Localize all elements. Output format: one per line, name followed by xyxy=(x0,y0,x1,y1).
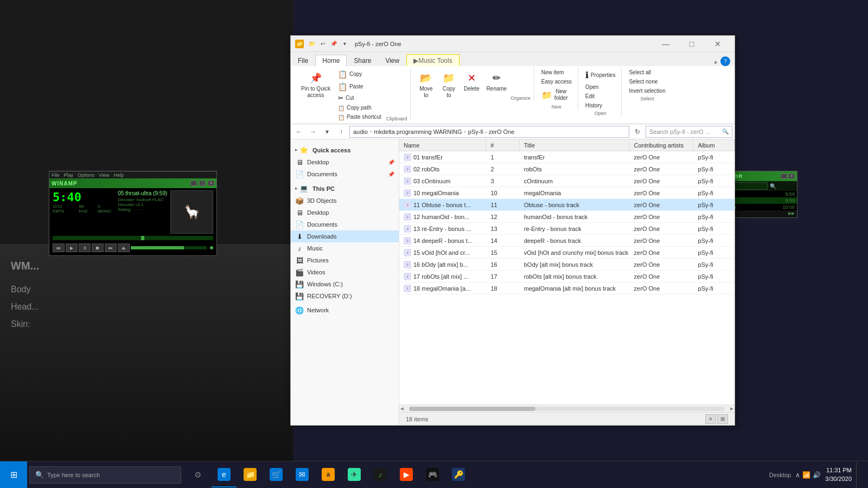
copy-path-btn[interactable]: 📋 Copy path xyxy=(334,104,385,112)
chevron-up-icon[interactable]: ∧ xyxy=(795,471,800,479)
path-segment-mkdelta[interactable]: mkdelta programming WARNING xyxy=(374,129,462,135)
tiles-view-btn[interactable]: ⊞ xyxy=(717,414,728,424)
rename-btn[interactable]: ✏ Rename xyxy=(483,68,509,101)
winamp-close[interactable]: ✕ xyxy=(208,181,214,186)
table-row[interactable]: ♪ 18 megalOmania [a... 18 megalOmania [a… xyxy=(399,282,735,294)
nav-this-pc-header[interactable]: 💻 This PC xyxy=(291,182,399,195)
playlist-minimize[interactable]: _ xyxy=(781,174,787,179)
open-btn[interactable]: Open xyxy=(583,83,618,91)
nav-item-music[interactable]: ♪ Music xyxy=(291,242,399,254)
winamp-menu-play[interactable]: Play xyxy=(64,172,74,178)
copy-to-btn[interactable]: 📁 Copy to xyxy=(438,68,459,101)
taskbar-winamp[interactable]: ♪ xyxy=(368,463,393,487)
taskbar-desktop-label[interactable]: Desktop xyxy=(769,472,791,478)
nav-item-documents-pc[interactable]: 📄 Documents xyxy=(291,219,399,230)
invert-selection-btn[interactable]: Invert selection xyxy=(626,87,668,95)
table-row[interactable]: ♪ 02 robOts 2 robOts zerO One pSy-fi xyxy=(399,163,735,175)
show-desktop-btn[interactable] xyxy=(856,463,861,487)
new-item-btn[interactable]: New item xyxy=(539,68,575,76)
winamp-volume[interactable] xyxy=(131,246,207,249)
taskbar-search[interactable]: 🔍 Type here to search xyxy=(29,466,181,484)
playlist-close[interactable]: ✕ xyxy=(788,174,795,179)
qa-btn-pin[interactable]: 📌 xyxy=(329,40,339,48)
paste-btn[interactable]: 📋 Paste xyxy=(334,81,385,93)
col-header-album[interactable]: Album xyxy=(693,139,735,151)
scroll-left-btn[interactable]: ◄ xyxy=(399,406,405,412)
winamp-menu-help[interactable]: Help xyxy=(113,172,124,178)
winamp-maximize[interactable]: □ xyxy=(199,181,206,186)
col-header-name[interactable]: Name xyxy=(399,139,486,151)
table-row[interactable]: ♪ 12 humanOid - bon... 12 humanOid - bon… xyxy=(399,211,735,223)
col-header-num[interactable]: # xyxy=(486,139,519,151)
tab-music-tools[interactable]: ▶ Music Tools xyxy=(406,54,459,66)
cut-btn[interactable]: ✂ Cut xyxy=(334,93,385,103)
up-btn[interactable]: ↑ xyxy=(335,126,347,138)
move-to-btn[interactable]: 📂 Move to xyxy=(415,68,437,101)
nav-item-pictures[interactable]: 🖼 Pictures xyxy=(291,254,399,266)
tab-home[interactable]: Home xyxy=(315,55,347,67)
nav-item-3d-objects[interactable]: 📦 3D Objects xyxy=(291,195,399,207)
nav-item-downloads[interactable]: ⬇ Downloads xyxy=(291,230,399,242)
nav-item-recovery-d[interactable]: 💾 RECOVERY (D:) xyxy=(291,290,399,302)
table-row[interactable]: ♪ 10 megalOmania 10 megalOmania zerO One… xyxy=(399,187,735,199)
table-row[interactable]: ♪ 15 vOid [hOt and cr... 15 vOid [hOt an… xyxy=(399,247,735,259)
table-row[interactable]: ♪ 17 robOts [alt mix] ... 17 robOts [alt… xyxy=(399,271,735,282)
col-header-title[interactable]: Title xyxy=(520,139,630,151)
winamp-menu-options[interactable]: Options xyxy=(78,172,94,178)
path-segment-audio[interactable]: audio xyxy=(353,129,368,135)
edit-btn[interactable]: Edit xyxy=(583,92,618,100)
taskbar-task-view[interactable]: ⊙ xyxy=(186,463,210,487)
col-header-artist[interactable]: Contributing artists xyxy=(629,139,693,151)
winamp-prev-btn[interactable]: ⏮ xyxy=(53,243,65,252)
winamp-eject-btn[interactable]: ⏏ xyxy=(118,243,130,252)
scroll-thumb[interactable] xyxy=(409,407,535,411)
winamp-balance-knob[interactable] xyxy=(210,246,213,249)
tab-share[interactable]: Share xyxy=(347,54,378,66)
explorer-close-btn[interactable]: ✕ xyxy=(705,36,730,52)
nav-item-documents[interactable]: 📄 Documents 📌 xyxy=(291,168,399,180)
taskbar-keeper[interactable]: 🔑 xyxy=(446,463,471,487)
delete-btn[interactable]: ✕ Delete xyxy=(461,68,482,101)
table-row[interactable]: ♪ 13 re-Entry - bonus ... 13 re-Entry - … xyxy=(399,223,735,235)
table-row[interactable]: ♪ 14 deepeR - bonus t... 14 deepeR - bon… xyxy=(399,235,735,247)
search-box[interactable]: Search pSy-fi - zerO ... 🔍 xyxy=(646,126,732,138)
pin-to-quick-access-btn[interactable]: 📌 Pin to Quick access xyxy=(298,68,333,101)
taskbar-amazon[interactable]: a xyxy=(316,463,341,487)
network-sys-icon[interactable]: 📶 xyxy=(802,471,810,479)
select-none-btn[interactable]: Select none xyxy=(626,78,668,86)
search-icon[interactable]: 🔍 xyxy=(722,129,729,134)
ribbon-collapse-btn[interactable]: ▲ xyxy=(713,59,718,65)
new-folder-btn[interactable]: 📁 New folder xyxy=(539,87,575,103)
path-segment-album[interactable]: pSy-fi - zerO One xyxy=(468,129,515,135)
nav-item-desktop[interactable]: 🖥 Desktop 📌 xyxy=(291,156,399,168)
taskbar-file-explorer[interactable]: 📁 xyxy=(238,463,263,487)
qa-btn-dropdown[interactable]: ▾ xyxy=(340,40,349,48)
winamp-menu-file[interactable]: File xyxy=(52,172,60,178)
paste-shortcut-btn[interactable]: 📋 Paste shortcut xyxy=(334,113,385,121)
select-all-btn[interactable]: Select all xyxy=(626,68,668,76)
start-button[interactable]: ⊞ xyxy=(0,461,27,489)
qa-btn-undo[interactable]: ↩ xyxy=(318,40,328,48)
nav-quick-access-header[interactable]: ⭐ Quick access xyxy=(291,144,399,156)
explorer-minimize-btn[interactable]: — xyxy=(653,36,678,52)
taskbar-store[interactable]: 🛒 xyxy=(264,463,289,487)
nav-item-desktop-pc[interactable]: 🖥 Desktop xyxy=(291,207,399,219)
address-path[interactable]: audio › mkdelta programming WARNING › pS… xyxy=(349,126,629,138)
winamp-window[interactable]: File Play Options View Help WINAMP _ □ ✕… xyxy=(49,171,217,256)
easy-access-btn[interactable]: Easy access xyxy=(539,78,575,86)
table-row[interactable]: ♪ 03 cOntinuum 3 cOntinuum zerO One pSy-… xyxy=(399,175,735,187)
playlist-search-icon[interactable]: 🔍 xyxy=(770,183,776,189)
table-row[interactable]: ♪ 01 transfEr 1 transfEr zerO One pSy-fi xyxy=(399,151,735,163)
forward-btn[interactable]: → xyxy=(307,126,319,138)
help-btn[interactable]: ? xyxy=(720,56,730,66)
taskbar-game[interactable]: 🎮 xyxy=(420,463,445,487)
tab-file[interactable]: File xyxy=(291,54,315,66)
taskbar-media[interactable]: ▶ xyxy=(394,463,419,487)
explorer-maximize-btn[interactable]: □ xyxy=(679,36,704,52)
scroll-track[interactable] xyxy=(409,407,725,411)
volume-sys-icon[interactable]: 🔊 xyxy=(813,471,821,479)
details-view-btn[interactable]: ≡ xyxy=(705,414,716,424)
winamp-pause-btn[interactable]: ⏸ xyxy=(79,243,91,252)
taskbar-edge[interactable]: e xyxy=(212,463,237,487)
qa-btn-1[interactable]: 📁 xyxy=(307,40,317,48)
